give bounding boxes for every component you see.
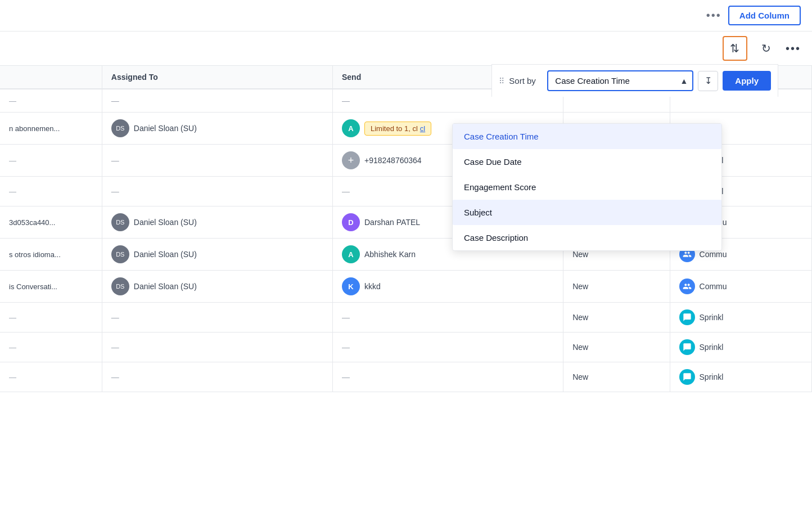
contact-name: Abhishek Karn bbox=[364, 250, 416, 259]
contact-avatar: A bbox=[342, 245, 360, 263]
cell-status: New bbox=[563, 362, 670, 392]
cell-subject: n abonnemen... bbox=[0, 113, 102, 145]
table-row: ———New Sprinkl bbox=[0, 303, 812, 333]
cell-channel: Sprinkl bbox=[670, 362, 811, 392]
contact-avatar: K bbox=[342, 277, 360, 295]
cell-assigned-to: — bbox=[102, 145, 332, 177]
cell-status: New bbox=[563, 333, 670, 362]
table-row: is Conversati...DSDaniel Sloan (SU) K kk… bbox=[0, 271, 812, 303]
sort-icon: ⇅ bbox=[730, 42, 739, 55]
sort-row: ⠿ Sort by Case Creation Time Case Due Da… bbox=[491, 64, 778, 97]
channel-icon-sprinklr bbox=[679, 339, 695, 355]
cell-sender: — bbox=[332, 303, 563, 333]
table-row: ———New Sprinkl bbox=[0, 362, 812, 392]
status-badge: New bbox=[572, 372, 588, 381]
cell-assigned-to: DSDaniel Sloan (SU) bbox=[102, 271, 332, 303]
contact-avatar: D bbox=[342, 213, 360, 231]
contact-name: Darshan PATEL bbox=[364, 218, 420, 227]
limited-link[interactable]: cl bbox=[420, 124, 425, 133]
cell-subject: — bbox=[0, 89, 102, 113]
cell-assigned-to: — bbox=[102, 333, 332, 362]
cell-assigned-to: — bbox=[102, 89, 332, 113]
cell-subject: — bbox=[0, 145, 102, 177]
kebab-icon[interactable]: ••• bbox=[786, 42, 801, 55]
contact-avatar: A bbox=[342, 119, 360, 137]
channel-icon-sprinklr bbox=[679, 369, 695, 385]
table-row: ———New Sprinkl bbox=[0, 333, 812, 362]
agent-name: Daniel Sloan (SU) bbox=[134, 250, 197, 259]
status-badge: New bbox=[572, 313, 588, 322]
cell-assigned-to: — bbox=[102, 303, 332, 333]
channel-icon-sprinklr bbox=[679, 309, 695, 325]
agent-avatar: DS bbox=[111, 277, 129, 295]
cell-assigned-to: DSDaniel Sloan (SU) bbox=[102, 113, 332, 145]
cell-subject: — bbox=[0, 333, 102, 362]
cell-assigned-to: DSDaniel Sloan (SU) bbox=[102, 239, 332, 271]
limited-notice: Limited to 1, clcl bbox=[364, 122, 431, 136]
cell-channel: Sprinkl bbox=[670, 333, 811, 362]
cell-status: New bbox=[563, 271, 670, 303]
refresh-button[interactable]: ↻ bbox=[756, 38, 777, 59]
sort-order-button[interactable]: ↧ bbox=[698, 71, 718, 91]
contact-avatar: + bbox=[342, 151, 360, 169]
col-header-checkbox bbox=[0, 66, 102, 89]
status-badge: New bbox=[572, 250, 588, 259]
refresh-icon: ↻ bbox=[761, 42, 771, 55]
cell-subject: s otros idioma... bbox=[0, 239, 102, 271]
cell-assigned-to: — bbox=[102, 177, 332, 206]
cell-status: New bbox=[563, 303, 670, 333]
channel-name: Sprinkl bbox=[700, 343, 724, 352]
sort-select-wrapper: Case Creation Time Case Due Date Engagem… bbox=[547, 70, 693, 91]
contact-phone: +918248760364 bbox=[364, 156, 422, 165]
cell-subject: — bbox=[0, 362, 102, 392]
sort-toolbar: ⇅ ↻ ••• ⠿ Sort by Case Creation Time Cas… bbox=[0, 32, 812, 66]
contact-name: kkkd bbox=[364, 282, 381, 291]
cell-channel: Sprinkl bbox=[670, 303, 811, 333]
cell-assigned-to: DSDaniel Sloan (SU) bbox=[102, 206, 332, 239]
agent-avatar: DS bbox=[111, 245, 129, 263]
status-badge: New bbox=[572, 282, 588, 291]
sort-button[interactable]: ⇅ bbox=[723, 36, 747, 61]
sort-order-icon: ↧ bbox=[705, 75, 712, 86]
sort-panel: ⠿ Sort by Case Creation Time Case Due Da… bbox=[491, 64, 778, 97]
agent-avatar: DS bbox=[111, 213, 129, 231]
top-toolbar: ••• Add Column bbox=[0, 0, 812, 32]
apply-button[interactable]: Apply bbox=[723, 71, 771, 91]
more-options-icon[interactable]: ••• bbox=[706, 9, 721, 22]
channel-name: Commu bbox=[700, 282, 727, 291]
add-column-button[interactable]: Add Column bbox=[728, 6, 801, 25]
cell-subject: 3d053ca440... bbox=[0, 206, 102, 239]
channel-name: Sprinkl bbox=[700, 313, 724, 322]
sort-field-select[interactable]: Case Creation Time Case Due Date Engagem… bbox=[547, 70, 693, 91]
cell-subject: — bbox=[0, 177, 102, 206]
cell-sender: — bbox=[332, 333, 563, 362]
status-badge: New bbox=[572, 343, 588, 352]
cell-sender: — bbox=[332, 362, 563, 392]
drag-handle-icon[interactable]: ⠿ bbox=[499, 77, 504, 86]
dropdown-item-case-creation-time[interactable]: Case Creation Time bbox=[453, 124, 721, 149]
col-header-assigned-to: Assigned To bbox=[102, 66, 332, 89]
cell-channel: Commu bbox=[670, 271, 811, 303]
sort-by-label: Sort by bbox=[509, 76, 543, 86]
agent-name: Daniel Sloan (SU) bbox=[134, 124, 197, 133]
dropdown-item-case-description[interactable]: Case Description bbox=[453, 225, 721, 250]
dropdown-item-case-due-date[interactable]: Case Due Date bbox=[453, 149, 721, 174]
channel-name: Commu bbox=[700, 250, 727, 259]
agent-avatar: DS bbox=[111, 119, 129, 137]
dropdown-item-subject[interactable]: Subject bbox=[453, 200, 721, 225]
sort-dropdown-menu: Case Creation Time Case Due Date Engagem… bbox=[452, 123, 722, 251]
channel-name: Sprinkl bbox=[700, 372, 724, 381]
cell-subject: — bbox=[0, 303, 102, 333]
cell-subject: is Conversati... bbox=[0, 271, 102, 303]
cell-sender: K kkkd bbox=[332, 271, 563, 303]
channel-icon-community bbox=[679, 279, 695, 294]
cell-assigned-to: — bbox=[102, 362, 332, 392]
agent-name: Daniel Sloan (SU) bbox=[134, 282, 197, 291]
agent-name: Daniel Sloan (SU) bbox=[134, 218, 197, 227]
dropdown-item-engagement-score[interactable]: Engagement Score bbox=[453, 174, 721, 200]
